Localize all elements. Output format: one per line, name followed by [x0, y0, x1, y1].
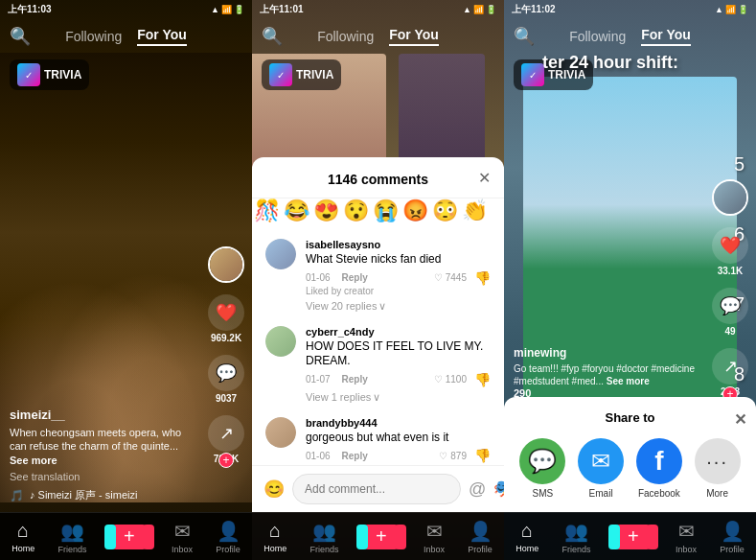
comment-circle-3: 💬	[712, 288, 748, 324]
comments-header: 1146 comments ✕	[252, 157, 504, 198]
username-3[interactable]: minewing	[514, 346, 746, 360]
comment-dislike-0[interactable]: 👎	[474, 270, 491, 286]
profile-icon-1: 👤	[217, 520, 241, 543]
emoji-clap[interactable]: 👏	[462, 198, 488, 223]
search-icon-1[interactable]: 🔍	[10, 26, 31, 47]
tab-home-2[interactable]: ⌂ Home	[263, 520, 286, 553]
gif-icon[interactable]: 🎭	[493, 478, 504, 500]
comment-user-1[interactable]: cyberr_c4ndy	[306, 326, 491, 338]
tab-inbox-2[interactable]: ✉ Inbox	[424, 520, 445, 554]
tab-inbox-3[interactable]: ✉ Inbox	[676, 520, 697, 554]
comment-like-1[interactable]: ♡ 1100	[434, 374, 467, 385]
comment-actions-0: ♡ 7445 👎	[434, 270, 491, 286]
tab-profile-2[interactable]: 👤 Profile	[468, 520, 493, 554]
emoji-row: 🎊 😂 😍 😯 😭 😡 😳 👏	[252, 198, 504, 223]
comment-input-field[interactable]	[292, 474, 461, 504]
nav-for-you-2[interactable]: For You	[389, 27, 439, 46]
emoji-picker-icon[interactable]: 😊	[263, 478, 285, 500]
tab-add-3[interactable]: +	[614, 525, 653, 549]
comment-icon-1[interactable]: 💬 9037	[208, 355, 244, 404]
inbox-icon-2: ✉	[426, 520, 443, 543]
see-more-1[interactable]: See more	[10, 455, 57, 466]
share-more[interactable]: ··· More	[695, 438, 741, 499]
tab-home-3[interactable]: ⌂ Home	[515, 520, 538, 553]
panel-2: 上午11:01 ▲📶🔋 🔍 Following For You ✓ TRIVIA…	[252, 0, 504, 560]
trivia-badge-1[interactable]: ✓ TRIVIA	[10, 59, 89, 90]
emoji-blush[interactable]: 😳	[432, 198, 458, 223]
emoji-cry[interactable]: 😭	[373, 198, 399, 223]
avatar-plus-1: +	[218, 453, 234, 468]
nav-following-1[interactable]: Following	[65, 29, 122, 44]
view-replies-0[interactable]: View 20 replies ∨	[306, 300, 491, 313]
sms-label: SMS	[533, 488, 554, 499]
see-more-3[interactable]: See more	[607, 376, 650, 386]
status-icons-1: ▲📶🔋	[211, 5, 244, 14]
nav-for-you-1[interactable]: For You	[137, 27, 187, 46]
tab-friends-2[interactable]: 👥 Friends	[309, 520, 338, 554]
share-email[interactable]: ✉ Email	[578, 438, 624, 499]
at-icon[interactable]: @	[469, 479, 486, 500]
comment-reply-0[interactable]: Reply	[342, 272, 368, 283]
facebook-label: Facebook	[638, 488, 680, 499]
search-icon-3[interactable]: 🔍	[514, 26, 535, 47]
comment-avatar-0[interactable]	[265, 239, 296, 269]
comment-dislike-2[interactable]: 👎	[474, 448, 491, 463]
tab-friends-3[interactable]: 👥 Friends	[561, 520, 590, 554]
username-1[interactable]: simeizi__	[10, 408, 199, 422]
comment-user-0[interactable]: isabellesaysno	[306, 239, 491, 250]
emoji-celebrate[interactable]: 🎊	[254, 198, 280, 223]
avatar-item-1[interactable]: +	[208, 246, 244, 283]
like-icon-3[interactable]: ❤️ 33.1K	[712, 227, 748, 276]
search-icon-2[interactable]: 🔍	[262, 26, 283, 47]
comment-avatar-1[interactable]	[265, 326, 296, 357]
heart-circle-1: ❤️	[208, 294, 244, 331]
comment-circle-1: 💬	[208, 355, 244, 391]
top-nav-1: 🔍 Following For You	[0, 19, 252, 54]
comment-icon-3[interactable]: 💬 49	[712, 288, 748, 337]
translation-1[interactable]: See translation	[10, 471, 199, 482]
comment-like-2[interactable]: ♡ 879	[439, 451, 467, 461]
emoji-love[interactable]: 😍	[313, 198, 339, 223]
comments-title: 1146 comments	[328, 172, 428, 187]
comment-like-0[interactable]: ♡ 7445	[434, 272, 467, 283]
emoji-wow[interactable]: 😯	[343, 198, 369, 223]
add-button-1[interactable]: +	[110, 525, 149, 549]
home-icon-3: ⌂	[521, 520, 533, 542]
comment-reply-2[interactable]: Reply	[342, 451, 368, 461]
time-3: 上午11:02	[512, 3, 556, 16]
nav-following-3[interactable]: Following	[569, 29, 626, 44]
comment-reply-1[interactable]: Reply	[342, 374, 368, 385]
tab-profile-3[interactable]: 👤 Profile	[720, 520, 745, 554]
right-icons-1: + ❤️ 969.2K 💬 9037 ↗ 72.4K	[208, 246, 244, 464]
view-replies-1[interactable]: View 1 replies ∨	[306, 391, 491, 404]
share-facebook[interactable]: f Facebook	[636, 438, 682, 499]
avatar-item-3[interactable]: +	[712, 179, 748, 216]
share-icons: 💬 SMS ✉ Email f Facebook ··· More	[514, 438, 746, 499]
share-overlay: Share to ✕ 💬 SMS ✉ Email f Facebook ··· …	[504, 397, 756, 512]
emoji-laugh[interactable]: 😂	[284, 198, 309, 223]
comment-avatar-2[interactable]	[265, 417, 296, 448]
nav-following-2[interactable]: Following	[317, 29, 374, 44]
music-info-1: 🎵 ♪ Simeizi 原声 - simeizi	[10, 488, 199, 502]
comment-item-2: brandybby444 gorgeous but what even is i…	[265, 417, 491, 465]
comment-user-2[interactable]: brandybby444	[306, 417, 491, 429]
like-icon-1[interactable]: ❤️ 969.2K	[208, 294, 244, 343]
tab-profile-1[interactable]: 👤 Profile	[216, 520, 241, 554]
trivia-badge-2[interactable]: ✓ TRIVIA	[262, 59, 341, 90]
comment-meta-2: 01-06 Reply ♡ 879 👎	[306, 448, 491, 463]
emoji-angry[interactable]: 😡	[402, 198, 428, 223]
tab-home-1[interactable]: ⌂ Home	[11, 520, 34, 553]
add-button-3[interactable]: +	[614, 525, 653, 549]
share-sms[interactable]: 💬 SMS	[519, 438, 565, 499]
close-comments-button[interactable]: ✕	[478, 169, 491, 187]
add-button-2[interactable]: +	[362, 525, 401, 549]
close-share-button[interactable]: ✕	[734, 410, 746, 429]
comment-dislike-1[interactable]: 👎	[474, 372, 491, 387]
music-text-1: ♪ Simeizi 原声 - simeizi	[30, 488, 137, 502]
tab-add-2[interactable]: +	[362, 525, 401, 549]
tab-friends-1[interactable]: 👥 Friends	[57, 520, 86, 554]
nav-for-you-3[interactable]: For You	[641, 27, 691, 46]
tab-add-1[interactable]: +	[110, 525, 149, 549]
avatar-ring-3	[712, 179, 748, 216]
tab-inbox-1[interactable]: ✉ Inbox	[172, 520, 193, 554]
